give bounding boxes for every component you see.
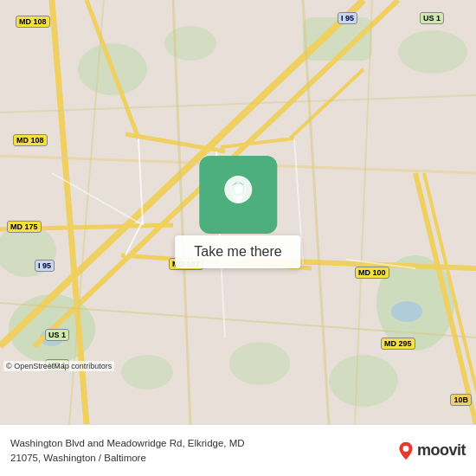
svg-point-11 bbox=[391, 301, 422, 322]
svg-point-9 bbox=[398, 30, 467, 74]
location-pin-icon bbox=[221, 174, 255, 215]
svg-point-42 bbox=[403, 446, 409, 452]
action-button-container: Take me there bbox=[175, 156, 300, 268]
road-badge-md175: MD 175 bbox=[7, 221, 42, 233]
road-badge-md295: MD 295 bbox=[381, 338, 415, 350]
svg-point-4 bbox=[329, 355, 398, 407]
svg-point-41 bbox=[234, 185, 242, 194]
road-badge-md100: MD 100 bbox=[355, 267, 389, 279]
osm-attribution: © OpenStreetMap contributors bbox=[3, 361, 114, 371]
road-badge-us1-top: US 1 bbox=[420, 12, 444, 24]
bottom-bar: Washington Blvd and Meadowridge Rd, Elkr… bbox=[0, 424, 476, 476]
map-container[interactable]: MD 108 MD 108 MD 175 MD 103 MD 100 MD 29… bbox=[0, 0, 476, 424]
svg-point-10 bbox=[121, 355, 173, 389]
road-badge-md108-mid: MD 108 bbox=[13, 134, 48, 146]
moovit-pin-icon bbox=[398, 441, 414, 460]
moovit-logo-text: moovit bbox=[417, 441, 466, 460]
address-info: Washington Blvd and Meadowridge Rd, Elkr… bbox=[10, 436, 391, 464]
svg-point-5 bbox=[229, 342, 290, 385]
address-text: Washington Blvd and Meadowridge Rd, Elkr… bbox=[10, 436, 391, 464]
road-badge-i95-bot: I 95 bbox=[35, 260, 55, 272]
svg-point-7 bbox=[164, 26, 216, 61]
road-badge-us1-bot1: US 1 bbox=[45, 329, 69, 341]
road-badge-10b: 10B bbox=[450, 394, 472, 406]
road-badge-md108-top: MD 108 bbox=[16, 16, 50, 28]
moovit-logo: moovit bbox=[398, 441, 466, 460]
road-badge-i95-top: I 95 bbox=[338, 12, 357, 24]
location-pin-background bbox=[199, 156, 277, 234]
take-me-there-button[interactable]: Take me there bbox=[175, 235, 300, 268]
